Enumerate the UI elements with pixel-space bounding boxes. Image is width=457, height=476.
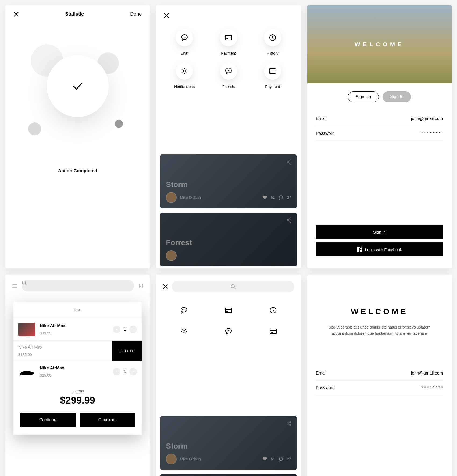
menu-item-payment[interactable]: Payment <box>208 29 249 55</box>
cart-modal: Cart Nike Air Max$89.99 -1+ Nike Air Max… <box>13 302 142 435</box>
card-icon[interactable] <box>225 306 232 314</box>
close-icon[interactable] <box>163 284 168 289</box>
share-icon[interactable] <box>286 159 292 165</box>
menu-item-history[interactable]: History <box>252 29 293 55</box>
share-icon[interactable] <box>286 421 292 426</box>
action-menu: Chat Payment History Notifications Frien… <box>164 29 293 89</box>
gear-icon[interactable] <box>180 327 188 335</box>
qty-minus[interactable]: - <box>113 326 120 333</box>
close-icon[interactable] <box>164 13 169 18</box>
welcome-title: WELCOME <box>307 275 452 324</box>
menu-item-notifications[interactable]: Notifications <box>164 62 205 89</box>
clock-icon[interactable] <box>269 306 277 314</box>
avatar[interactable] <box>166 454 177 464</box>
email-field[interactable]: Emailjohn@gmail.com <box>316 366 443 381</box>
email-field[interactable]: Emailjohn@gmail.com <box>316 111 443 126</box>
item-count: 3 Items <box>20 389 135 393</box>
screen-cart: Forrest Sea Cart Nike Air Max$89.99 -1+ … <box>5 275 150 476</box>
tab-signin[interactable]: Sign In <box>383 91 411 102</box>
feed-card[interactable]: Forrest <box>160 213 296 266</box>
success-art <box>5 44 150 147</box>
menu-item-chat[interactable]: Chat <box>164 29 205 55</box>
qty-plus[interactable]: + <box>129 326 137 333</box>
card-icon <box>269 67 276 75</box>
menu-item-friends[interactable]: Friends <box>208 62 249 89</box>
facebook-icon <box>357 247 362 252</box>
clock-icon <box>269 34 276 41</box>
check-icon <box>70 81 86 91</box>
card-icon[interactable] <box>269 327 277 335</box>
gear-icon <box>181 67 188 75</box>
qty-plus[interactable]: + <box>129 368 137 375</box>
menu-icon[interactable] <box>12 283 18 288</box>
product-image <box>18 366 35 377</box>
cart-item: Nike Air Max$89.99 -1+ <box>13 318 142 340</box>
delete-button[interactable]: DELETE <box>112 341 142 361</box>
card-icon <box>225 34 232 41</box>
screen-menu-icons: Storm Mike Oldsun 5127 Forrest <box>156 275 301 476</box>
signin-button[interactable]: Sign In <box>316 225 443 239</box>
close-icon[interactable] <box>13 12 19 17</box>
search-input[interactable] <box>172 281 294 292</box>
comment-icon[interactable] <box>279 457 283 461</box>
password-field[interactable]: Password* * * * * * * * <box>316 126 443 141</box>
search-icon <box>230 284 236 289</box>
screen-signin-text: WELCOME Sed ut perspiciatis unde omnis i… <box>307 275 452 476</box>
feed-card[interactable]: Storm Mike Oldsun 5127 <box>160 154 296 208</box>
cart-total: $299.99 <box>20 395 135 406</box>
chat-icon <box>181 34 188 41</box>
chat-icon[interactable] <box>225 327 232 335</box>
page-title: Statistic <box>65 11 84 17</box>
continue-button[interactable]: Continue <box>20 413 76 427</box>
tab-signup[interactable]: Sign Up <box>348 91 379 102</box>
filters-icon[interactable] <box>138 283 143 288</box>
qty-minus[interactable]: - <box>113 368 120 375</box>
feed-card[interactable]: Forrest <box>160 474 296 476</box>
share-icon[interactable] <box>286 217 292 223</box>
search-icon <box>22 280 27 285</box>
search-input[interactable] <box>22 280 134 291</box>
done-button[interactable]: Done <box>130 11 142 17</box>
heart-icon[interactable] <box>262 195 267 200</box>
screen-menu-labeled: Chat Payment History Notifications Frien… <box>156 5 301 268</box>
menu-item-payment[interactable]: Payment <box>252 62 293 89</box>
cart-item: Nike Air Max$185.00 DELETE <box>13 340 142 361</box>
password-field[interactable]: Password* * * * * * * * <box>316 381 443 396</box>
facebook-button[interactable]: Login with Facebook <box>316 242 443 256</box>
chat-icon[interactable] <box>180 306 188 314</box>
feed-card[interactable]: Storm Mike Oldsun 5127 <box>160 416 296 470</box>
welcome-desc: Sed ut perspiciatis unde omnis iste natu… <box>307 324 452 336</box>
screen-statistic: Statistic Done Action Completed <box>5 5 150 268</box>
avatar[interactable] <box>166 250 177 261</box>
hero-image: WELCOME <box>307 5 452 83</box>
status-message: Action Completed <box>5 168 150 174</box>
action-icons <box>156 298 301 343</box>
chat-icon <box>225 67 232 75</box>
comment-icon[interactable] <box>279 195 283 200</box>
cart-title: Cart <box>13 302 142 318</box>
checkout-button[interactable]: Checkout <box>80 413 135 427</box>
heart-icon[interactable] <box>262 457 267 461</box>
product-image <box>18 323 35 336</box>
cart-item: Nike AirMax$25.00 -1+ <box>13 361 142 382</box>
screen-signin-hero: WELCOME Sign Up Sign In Emailjohn@gmail.… <box>307 5 452 268</box>
avatar[interactable] <box>166 192 177 203</box>
